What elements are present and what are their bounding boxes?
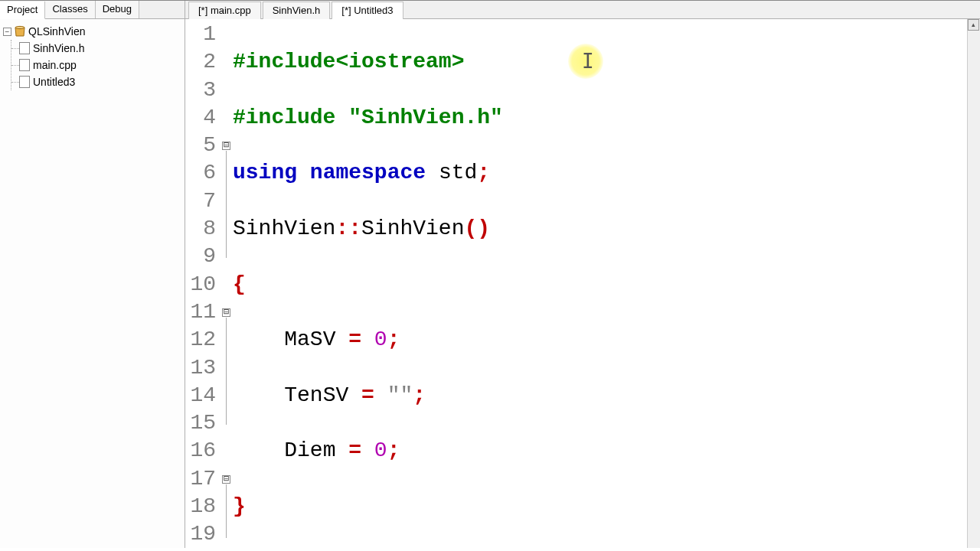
sidebar-tabs: Project Classes Debug	[0, 1, 185, 19]
fold-toggle-icon[interactable]: ⊟	[222, 142, 230, 150]
scroll-up-icon[interactable]: ▴	[968, 19, 979, 31]
project-name: QLSinhVien	[28, 23, 85, 40]
file-icon	[19, 76, 30, 88]
editor-area: [*] main.cpp SinhVien.h [*] Untitled3 I …	[185, 1, 980, 548]
project-icon	[14, 25, 26, 37]
sidebar-tab-project[interactable]: Project	[0, 2, 45, 19]
editor-tab[interactable]: SinhVien.h	[263, 2, 331, 19]
svg-point-0	[15, 26, 24, 28]
code-editor[interactable]: I 1 2 3 4 5 6 7 8 9 10 11 12 13	[185, 19, 980, 548]
editor-tabs: [*] main.cpp SinhVien.h [*] Untitled3	[185, 1, 980, 19]
fold-column: ⊟ ⊟ ⊟	[222, 21, 233, 548]
line-number-gutter: 1 2 3 4 5 6 7 8 9 10 11 12 13 14 15 16 1	[185, 21, 222, 548]
editor-tab[interactable]: [*] main.cpp	[188, 2, 261, 19]
file-icon	[19, 42, 30, 54]
tree-root[interactable]: − QLSinhVien	[3, 23, 181, 40]
sidebar-tab-debug[interactable]: Debug	[96, 1, 139, 18]
sidebar: Project Classes Debug − QLSinhVien SinhV…	[0, 1, 185, 548]
fold-toggle-icon[interactable]: ⊟	[222, 475, 230, 484]
tree-item-file[interactable]: SinhVien.h	[11, 40, 181, 57]
sidebar-tab-classes[interactable]: Classes	[45, 1, 95, 18]
vertical-scrollbar[interactable]: ▴	[967, 19, 980, 548]
file-name: main.cpp	[33, 57, 77, 73]
project-tree: − QLSinhVien SinhVien.h main.cpp Untitle…	[0, 19, 185, 94]
code-content[interactable]: #include<iostream> #include "SinhVien.h"…	[233, 21, 980, 548]
tree-item-file[interactable]: Untitled3	[11, 73, 181, 90]
editor-tab[interactable]: [*] Untitled3	[332, 2, 403, 19]
file-name: Untitled3	[33, 73, 75, 90]
file-icon	[19, 59, 30, 71]
tree-item-file[interactable]: main.cpp	[11, 57, 181, 73]
file-name: SinhVien.h	[33, 40, 84, 57]
tree-collapse-icon[interactable]: −	[3, 28, 11, 36]
fold-toggle-icon[interactable]: ⊟	[222, 308, 230, 317]
app-root: Project Classes Debug − QLSinhVien SinhV…	[0, 1, 980, 548]
